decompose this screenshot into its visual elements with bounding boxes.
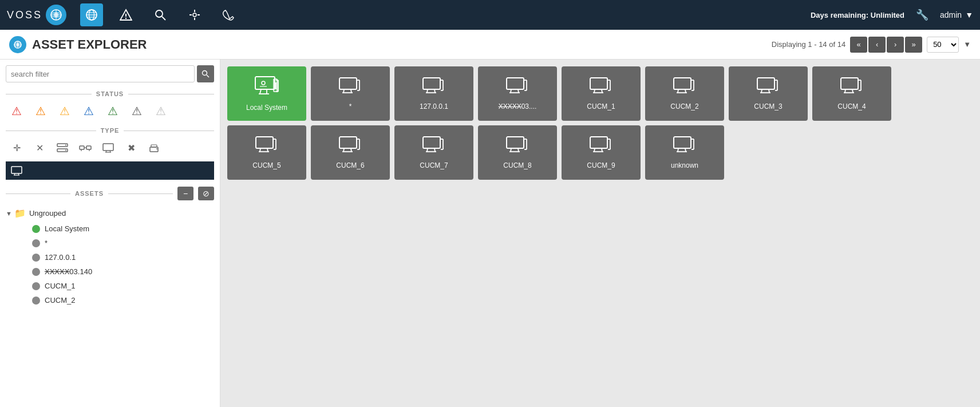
- pager-prev-btn[interactable]: ‹: [868, 37, 886, 53]
- dot-local-system: [32, 225, 40, 233]
- svg-rect-135: [590, 137, 607, 148]
- card-cucm7-label: CUCM_7: [417, 161, 450, 169]
- svg-rect-43: [11, 167, 22, 173]
- card-cucm2[interactable]: CUCM_2: [645, 66, 724, 121]
- divider-right: [128, 94, 214, 94]
- nav-phone-btn[interactable]: [218, 3, 240, 26]
- pager-next-btn[interactable]: ›: [887, 37, 904, 53]
- tree-label-local-system: Local System: [45, 224, 89, 233]
- svg-rect-121: [423, 137, 440, 148]
- type-selected-label: [27, 161, 214, 180]
- svg-rect-36: [103, 144, 113, 151]
- status-blue-icon[interactable]: ⚠: [78, 102, 100, 120]
- status-green-icon[interactable]: ⚠: [102, 102, 124, 120]
- card-cucm3[interactable]: CUCM_3: [729, 66, 808, 121]
- card-cucm6-icon: [338, 136, 362, 158]
- header-right: Displaying 1 - 14 of 14 « ‹ › » 10 25 50…: [772, 37, 971, 53]
- card-cucm8-label: CUCM_8: [501, 161, 534, 169]
- svg-rect-58: [339, 78, 357, 89]
- nav-alert-btn[interactable]: [114, 3, 137, 26]
- tree-label-127: 127.0.0.1: [45, 253, 76, 262]
- divider-left: [6, 94, 92, 94]
- tree-item-local-system[interactable]: Local System: [0, 222, 220, 236]
- nav-tools-btn[interactable]: [183, 3, 206, 26]
- pager-last-btn[interactable]: »: [905, 37, 922, 53]
- svg-point-25: [203, 71, 207, 76]
- tree-ungrouped[interactable]: ▼ 📁 Ungrouped: [0, 205, 220, 222]
- tree-item-cucm2[interactable]: CUCM_2: [0, 293, 220, 307]
- tree-label-xxxxx03: XXXXX: [45, 267, 69, 276]
- wrench-btn[interactable]: 🔧: [916, 9, 928, 21]
- nav-search-btn[interactable]: [149, 3, 172, 26]
- svg-line-26: [207, 75, 209, 77]
- type-swap-icon[interactable]: ✕: [29, 139, 50, 157]
- card-cucm3-label: CUCM_3: [752, 102, 784, 110]
- svg-point-42: [156, 148, 157, 149]
- svg-rect-93: [757, 78, 774, 89]
- main-layout: STATUS ⚠ ⚠ ⚠ ⚠ ⚠ ⚠ ⚠ TYPE ✛ ✕: [0, 60, 980, 407]
- tree-item-star[interactable]: *: [0, 236, 220, 250]
- type-icons-row: ✛ ✕: [0, 136, 220, 161]
- status-red-icon[interactable]: ⚠: [6, 102, 27, 120]
- assets-minus-btn[interactable]: −: [177, 187, 193, 200]
- svg-rect-55: [274, 79, 277, 92]
- card-local-system[interactable]: Local System: [227, 66, 306, 121]
- card-unknown-icon: [673, 136, 697, 158]
- card-local-system-icon: [253, 76, 280, 100]
- card-127[interactable]: 127.0.0.1: [394, 66, 473, 121]
- assets-block-btn[interactable]: ⊘: [198, 187, 214, 200]
- svg-point-56: [262, 81, 265, 85]
- card-cucm8[interactable]: CUCM_8: [478, 125, 557, 180]
- admin-menu[interactable]: admin ▼: [940, 10, 973, 19]
- status-gray-icon[interactable]: ⚠: [150, 102, 172, 120]
- card-cucm3-icon: [756, 77, 780, 99]
- svg-rect-107: [256, 137, 273, 148]
- type-x-icon[interactable]: ✖: [120, 139, 142, 157]
- page-header: ASSET EXPLORER Displaying 1 - 14 of 14 «…: [0, 30, 980, 60]
- type-move-icon[interactable]: ✛: [6, 139, 27, 157]
- card-cucm5-label: CUCM_5: [250, 161, 283, 169]
- card-cucm5[interactable]: CUCM_5: [227, 125, 306, 180]
- type-selected-icon[interactable]: [6, 161, 27, 180]
- card-cucm5-icon: [255, 136, 279, 158]
- card-cucm6[interactable]: CUCM_6: [311, 125, 390, 180]
- type-printer-icon[interactable]: [143, 139, 165, 157]
- search-input[interactable]: [6, 65, 195, 82]
- svg-rect-86: [674, 78, 691, 89]
- nav-globe-btn[interactable]: [80, 3, 103, 26]
- brand-logo: [46, 5, 66, 25]
- card-star[interactable]: *: [311, 66, 390, 121]
- days-remaining: Days remaining: Unlimited: [811, 11, 904, 19]
- card-cucm7-icon: [422, 136, 446, 158]
- svg-rect-79: [590, 78, 607, 89]
- per-page-select[interactable]: 10 25 50 100: [927, 37, 959, 53]
- assets-tree: ▼ 📁 Ungrouped Local System * 127.0.0.1 X…: [0, 203, 220, 407]
- status-dark-icon[interactable]: ⚠: [126, 102, 148, 120]
- displaying-count: Displaying 1 - 14 of 14: [772, 40, 845, 49]
- dot-cucm1: [32, 282, 40, 290]
- card-cucm4[interactable]: CUCM_4: [812, 66, 891, 121]
- card-cucm1[interactable]: CUCM_1: [562, 66, 641, 121]
- tree-item-xxxxx03[interactable]: XXXXX03.140: [0, 264, 220, 279]
- card-127-icon: [422, 77, 446, 99]
- card-local-system-label: Local System: [244, 104, 290, 112]
- type-server-icon[interactable]: [52, 139, 73, 157]
- search-submit-btn[interactable]: [197, 65, 214, 82]
- card-unknown[interactable]: unknown: [645, 125, 724, 180]
- card-xxxxx03[interactable]: XXXXX03....: [478, 66, 557, 121]
- tree-item-127[interactable]: 127.0.0.1: [0, 250, 220, 264]
- status-yellow-icon[interactable]: ⚠: [54, 102, 76, 120]
- tree-ungrouped-label: Ungrouped: [29, 209, 66, 218]
- page-title-text: ASSET EXPLORER: [32, 37, 147, 52]
- type-desktop-icon[interactable]: [97, 139, 119, 157]
- svg-point-30: [65, 150, 66, 151]
- tree-item-cucm1[interactable]: CUCM_1: [0, 279, 220, 293]
- svg-point-29: [65, 145, 66, 146]
- type-network-icon[interactable]: [74, 139, 96, 157]
- card-cucm7[interactable]: CUCM_7: [394, 125, 473, 180]
- status-orange-icon[interactable]: ⚠: [30, 102, 52, 120]
- svg-rect-100: [841, 78, 858, 89]
- card-cucm9[interactable]: CUCM_9: [562, 125, 641, 180]
- tree-label-cucm1: CUCM_1: [45, 282, 75, 290]
- pager-first-btn[interactable]: «: [850, 37, 867, 53]
